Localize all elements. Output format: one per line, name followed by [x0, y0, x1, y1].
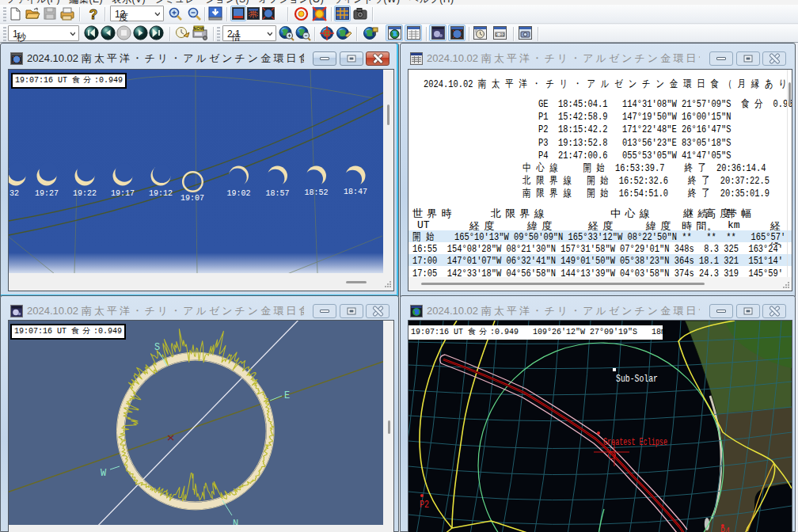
svg-text:P4: P4	[720, 526, 730, 532]
svg-text:19:22: 19:22	[73, 189, 97, 198]
svg-text:19:02: 19:02	[226, 189, 250, 198]
svg-text:S: S	[154, 342, 160, 353]
svg-text:W: W	[101, 468, 107, 479]
svg-text:?: ?	[89, 7, 97, 21]
svg-text:18:47: 18:47	[344, 188, 367, 196]
svg-text:18:57: 18:57	[265, 189, 289, 198]
svg-text:E: E	[284, 390, 290, 401]
svg-text:19:17: 19:17	[111, 189, 135, 198]
svg-text:18:52: 18:52	[304, 188, 328, 197]
svg-text:32: 32	[10, 189, 19, 198]
svg-text:0:00: 0:00	[496, 33, 504, 37]
svg-text:NOW: NOW	[193, 26, 204, 31]
svg-text:19:12: 19:12	[149, 189, 173, 198]
svg-text:19:07: 19:07	[180, 194, 204, 203]
svg-text:Sub-Solar: Sub-Solar	[616, 373, 658, 385]
svg-text:P2: P2	[420, 499, 429, 511]
svg-text:N: N	[233, 519, 238, 525]
svg-text:Greatest Eclipse: Greatest Eclipse	[603, 436, 667, 448]
svg-text:19:27: 19:27	[35, 189, 59, 198]
